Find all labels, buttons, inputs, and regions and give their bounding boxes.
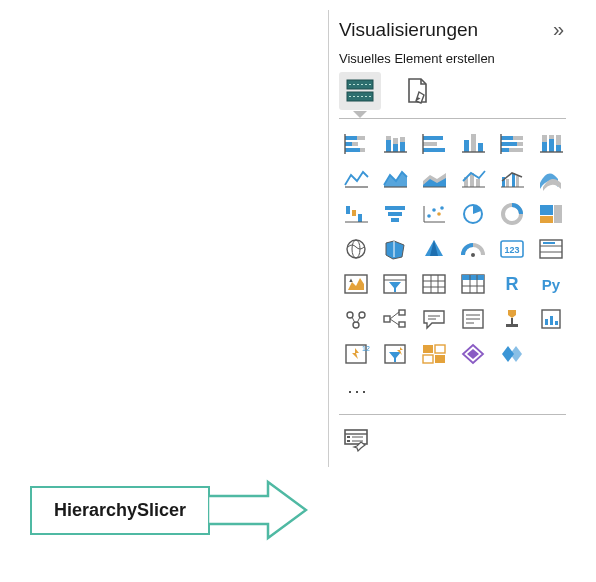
stacked-bar-chart[interactable]: [339, 129, 373, 159]
r-visual[interactable]: R: [495, 269, 529, 299]
power-apps[interactable]: [378, 339, 412, 369]
qna[interactable]: [417, 304, 451, 334]
more-visuals-button[interactable]: ···: [339, 375, 377, 408]
line-clustered-column[interactable]: [495, 164, 529, 194]
stacked-column-chart[interactable]: [378, 129, 412, 159]
custom-visual[interactable]: [495, 339, 529, 369]
power-apps-icon: [381, 342, 409, 366]
smart-narrative[interactable]: [456, 304, 490, 334]
svg-rect-136: [347, 436, 350, 438]
svg-rect-70: [540, 205, 553, 215]
funnel-chart[interactable]: [378, 199, 412, 229]
clustered-bar-chart[interactable]: [417, 129, 451, 159]
clustered-column-chart[interactable]: [456, 129, 490, 159]
card[interactable]: 123: [495, 234, 529, 264]
ribbon-chart-icon: [537, 167, 565, 191]
area-chart[interactable]: [378, 164, 412, 194]
line-stacked-column[interactable]: [456, 164, 490, 194]
hierarchy-slicer-callout: HierarchySlicer: [30, 478, 308, 542]
paginated-report[interactable]: [534, 304, 568, 334]
build-visual-tab[interactable]: [339, 72, 381, 110]
gauge[interactable]: [456, 234, 490, 264]
donut-chart-icon: [498, 202, 526, 226]
key-influencers[interactable]: [339, 304, 373, 334]
ribbon-chart[interactable]: [534, 164, 568, 194]
svg-rect-129: [435, 345, 445, 353]
mode-row: [339, 72, 566, 110]
svg-text:Py: Py: [542, 276, 561, 293]
area-chart-icon: [381, 167, 409, 191]
arcgis[interactable]: [417, 339, 451, 369]
key-influencers-icon: [342, 307, 370, 331]
collapse-panel-button[interactable]: »: [551, 16, 566, 43]
svg-rect-72: [540, 216, 553, 223]
stacked-area-chart-icon: [420, 167, 448, 191]
line-chart[interactable]: [339, 164, 373, 194]
goals-icon: [498, 307, 526, 331]
treemap[interactable]: [534, 199, 568, 229]
svg-rect-22: [464, 140, 469, 152]
kpi[interactable]: ▲: [339, 269, 373, 299]
table[interactable]: [417, 269, 451, 299]
svg-rect-94: [462, 275, 484, 280]
decomposition-tree-icon: [381, 307, 409, 331]
svg-rect-121: [555, 321, 558, 325]
waterfall-chart-icon: [342, 202, 370, 226]
svg-rect-15: [400, 142, 405, 152]
svg-marker-140: [208, 482, 306, 538]
scatter-chart-icon: [420, 202, 448, 226]
multi-row-card-icon: [537, 237, 565, 261]
sharepoint[interactable]: [456, 339, 490, 369]
filled-map[interactable]: [378, 234, 412, 264]
panel-header: Visualisierungen »: [339, 16, 566, 43]
100pct-stacked-column-chart-icon: [537, 132, 565, 156]
100pct-stacked-bar-chart-icon: [498, 132, 526, 156]
pie-chart[interactable]: [456, 199, 490, 229]
matrix[interactable]: [456, 269, 490, 299]
decomposition-tree[interactable]: [378, 304, 412, 334]
panel-title: Visualisierungen: [339, 19, 478, 41]
stacked-area-chart[interactable]: [417, 164, 451, 194]
clustered-bar-chart-icon: [420, 132, 448, 156]
stacked-column-chart-icon: [381, 132, 409, 156]
svg-rect-107: [399, 322, 405, 327]
python-visual[interactable]: Py: [534, 269, 568, 299]
svg-rect-7: [352, 142, 358, 146]
donut-chart[interactable]: [495, 199, 529, 229]
format-page-tab[interactable]: [397, 72, 439, 110]
smart-narrative-icon: [459, 307, 487, 331]
map[interactable]: [339, 234, 373, 264]
100pct-stacked-bar-chart[interactable]: [495, 129, 529, 159]
svg-rect-9: [360, 148, 365, 152]
svg-rect-105: [384, 316, 390, 322]
visualizations-panel: Visualisierungen » Visuelles Element ers…: [328, 10, 576, 467]
hierarchy-slicer-visual[interactable]: [339, 425, 373, 455]
svg-text:123: 123: [362, 345, 370, 352]
card-icon: 123: [498, 237, 526, 261]
svg-rect-8: [345, 148, 360, 152]
funnel-chart-icon: [381, 202, 409, 226]
svg-point-64: [427, 214, 431, 218]
svg-rect-52: [512, 173, 515, 187]
slicer[interactable]: [378, 269, 412, 299]
divider-2: [339, 414, 566, 415]
goals[interactable]: [495, 304, 529, 334]
multi-row-card[interactable]: [534, 234, 568, 264]
svg-rect-5: [357, 136, 365, 140]
filled-map-icon: [381, 237, 409, 261]
svg-point-102: [353, 322, 359, 328]
stacked-bar-chart-icon: [342, 132, 370, 156]
100pct-stacked-column-chart[interactable]: [534, 129, 568, 159]
azure-map[interactable]: [417, 234, 451, 264]
svg-rect-23: [471, 134, 476, 152]
power-automate[interactable]: 123: [339, 339, 373, 369]
svg-rect-16: [400, 137, 405, 142]
slicer-icon: [381, 272, 409, 296]
svg-rect-55: [346, 206, 350, 214]
custom-visual-icon: [498, 342, 526, 366]
svg-rect-137: [347, 440, 350, 442]
svg-text:R: R: [506, 274, 519, 294]
waterfall-chart[interactable]: [339, 199, 373, 229]
svg-rect-34: [542, 142, 547, 152]
scatter-chart[interactable]: [417, 199, 451, 229]
